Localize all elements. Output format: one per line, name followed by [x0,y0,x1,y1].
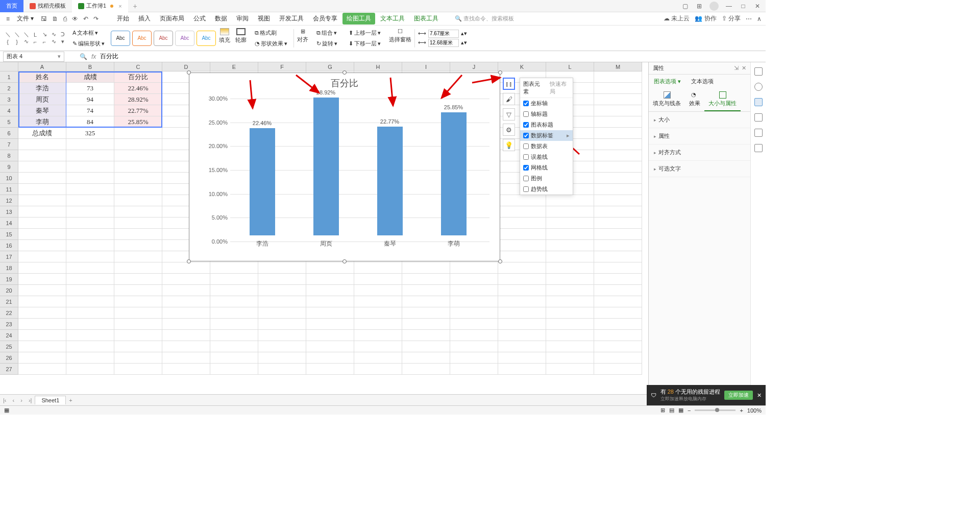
checkbox[interactable] [523,165,529,171]
sidebar-settings-icon[interactable] [754,98,763,106]
cell[interactable] [210,285,258,296]
cell[interactable] [594,116,642,128]
formula-input[interactable] [100,53,202,60]
row-header[interactable]: 21 [0,296,18,307]
cell[interactable] [306,330,354,341]
cell[interactable] [594,307,642,319]
section-props[interactable]: ▸属性 [649,128,750,144]
cell[interactable] [402,274,450,285]
cell[interactable] [18,161,66,173]
cell[interactable] [114,341,162,352]
section-size[interactable]: ▸大小 [649,112,750,128]
cell[interactable] [498,262,546,274]
cell[interactable] [66,229,114,240]
width-input[interactable] [428,39,459,47]
row-header[interactable]: 9 [0,161,18,173]
user-avatar-icon[interactable] [709,2,719,11]
row-header[interactable]: 26 [0,352,18,364]
cell[interactable] [594,105,642,116]
cell[interactable] [66,319,114,330]
cell[interactable]: 周页 [18,94,66,105]
cell[interactable] [450,352,498,364]
cell[interactable] [114,229,162,240]
menu-view[interactable]: 视图 [254,13,274,24]
col-header[interactable]: A [18,62,66,71]
more-icon[interactable]: ⋯ [746,15,752,22]
undo-icon[interactable]: ↶ [81,14,90,23]
menu-data[interactable]: 数据 [211,13,231,24]
cell[interactable] [594,251,642,262]
col-header[interactable]: L [546,62,594,71]
row-header[interactable]: 14 [0,218,18,229]
cell[interactable] [114,251,162,262]
cell[interactable] [18,307,66,319]
chart-elements-button[interactable]: ⫿⫿ [503,78,515,90]
cell[interactable] [258,307,306,319]
cell[interactable] [210,262,258,274]
chart-title[interactable]: 百分比 [189,73,500,89]
cell[interactable] [18,274,66,285]
row-header[interactable]: 7 [0,139,18,150]
chart-element-option[interactable]: 轴标题 [520,109,573,119]
minimize-button[interactable]: — [725,2,733,10]
cell[interactable] [258,274,306,285]
pin-icon[interactable]: ⇲ [734,65,739,71]
expand-icon[interactable]: ∧ [757,15,762,22]
cell[interactable] [114,296,162,307]
cell[interactable] [498,364,546,375]
cell[interactable] [546,229,594,240]
cell[interactable] [66,184,114,195]
menu-text-tools[interactable]: 文本工具 [376,13,409,24]
cell[interactable] [18,240,66,251]
panel-close-icon[interactable]: ✕ [742,65,746,71]
cell[interactable] [258,296,306,307]
cell[interactable] [306,364,354,375]
chart-options-mode[interactable]: 图表选项 ▾ [654,78,681,85]
cell[interactable] [498,319,546,330]
cell[interactable] [18,195,66,206]
cell[interactable] [354,352,402,364]
text-options-mode[interactable]: 文本选项 [691,78,714,85]
chart-element-option[interactable]: 数据表 [520,141,573,152]
shape-effect-button[interactable]: ◔ 形状效果 ▾ [252,39,290,49]
cell[interactable] [66,251,114,262]
cell[interactable] [66,364,114,375]
cell[interactable] [450,330,498,341]
section-align[interactable]: ▸对齐方式 [649,144,750,161]
row-header[interactable]: 2 [0,83,18,94]
cell[interactable] [498,274,546,285]
cell[interactable] [18,262,66,274]
chart-idea-button[interactable]: 💡 [503,139,515,151]
close-button[interactable]: ✕ [753,2,762,10]
cell[interactable] [66,352,114,364]
cell[interactable] [306,352,354,364]
chart-element-option[interactable]: 误差线 [520,152,573,162]
cell[interactable] [210,330,258,341]
row-header[interactable]: 22 [0,307,18,319]
cell[interactable] [306,307,354,319]
cell[interactable] [354,296,402,307]
cell[interactable] [18,352,66,364]
cell[interactable] [66,262,114,274]
cell[interactable] [210,364,258,375]
cell[interactable] [402,364,450,375]
col-header[interactable]: B [66,62,114,71]
cell[interactable] [402,352,450,364]
view-normal-icon[interactable]: ⊞ [660,407,665,414]
cell[interactable] [258,285,306,296]
cell[interactable] [594,296,642,307]
tab-home[interactable]: 首页 [0,0,23,12]
chart-element-option[interactable]: 趋势线 [520,184,573,195]
cell[interactable] [402,319,450,330]
row-header[interactable]: 24 [0,330,18,341]
bar[interactable] [377,127,403,235]
cell[interactable] [114,218,162,229]
cloud-status[interactable]: ☁ 未上云 [664,14,690,23]
print-icon[interactable]: ⎙ [61,14,69,23]
row-header[interactable]: 6 [0,128,18,139]
cell[interactable]: 李萌 [18,116,66,128]
tab-workbook[interactable]: 工作簿1 × [72,0,128,12]
cell[interactable] [114,319,162,330]
checkbox[interactable] [523,186,529,192]
cell[interactable] [354,341,402,352]
